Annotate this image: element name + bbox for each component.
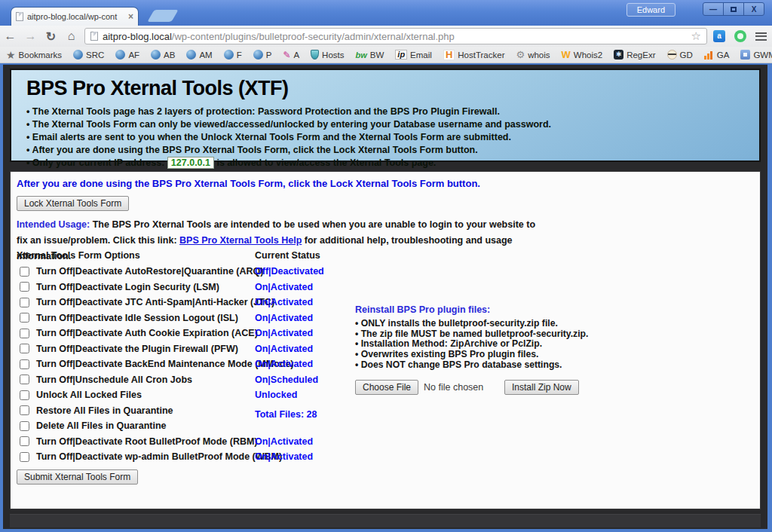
status-header: Current Status	[255, 250, 320, 264]
bookmark-item-bookmarks[interactable]: ★Bookmarks	[6, 49, 62, 61]
cron-checkbox[interactable]	[20, 375, 29, 384]
bookmark-item-am[interactable]: AM	[186, 50, 212, 60]
ip-bullet-prefix: Only your current IP address:	[32, 157, 167, 168]
home-icon[interactable]: ⌂	[61, 29, 81, 43]
bookmark-label: AM	[199, 50, 212, 60]
bookmark-item-hosttracker[interactable]: HHostTracker	[443, 50, 505, 60]
url-path: /wp-content/plugins/bulletproof-security…	[172, 31, 455, 42]
bookmark-item-gd[interactable]: GD	[667, 50, 693, 60]
status-value: On|Activated	[255, 313, 313, 323]
status-value: On|Activated	[255, 297, 313, 307]
status-value: Unlocked	[255, 390, 297, 400]
bookmark-item-email[interactable]: ipEmail	[395, 50, 432, 60]
status-value: On|Activated	[255, 282, 313, 292]
back-icon[interactable]: ←	[0, 29, 20, 43]
zip-upload-row: Choose File No file chosen Install Zip N…	[355, 380, 611, 395]
reinstall-bullet: Does NOT change BPS Pro database setting…	[355, 360, 611, 371]
godaddy-icon	[667, 50, 677, 60]
bookmark-label: BW	[370, 50, 384, 60]
arq-checkbox[interactable]	[20, 267, 29, 277]
pfw-checkbox[interactable]	[20, 344, 29, 353]
address-bar[interactable]: aitpro-blog.local/wp-content/plugins/bul…	[84, 28, 707, 44]
option-label: Turn Off|Deactivate Login Security (LSM)	[36, 282, 219, 292]
option-row-jtc: Turn Off|Deactivate JTC Anti-Spam|Anti-H…	[17, 295, 371, 310]
bookmark-item-f[interactable]: F	[224, 50, 242, 60]
aitpro-globe-icon	[73, 50, 83, 60]
option-label: Turn Off|Unschedule All Cron Jobs	[36, 375, 192, 385]
page-viewport: BPS Pro Xternal Tools (XTF) The Xternal …	[3, 64, 767, 529]
page-title: BPS Pro Xternal Tools (XTF)	[26, 77, 747, 100]
options-column-headers: Xternal Tools Form Options Current Statu…	[17, 250, 371, 264]
mmode-checkbox[interactable]	[20, 359, 29, 369]
bookmark-label: Whois2	[574, 50, 602, 60]
maximize-button[interactable]	[723, 2, 744, 16]
bookmark-item-src[interactable]: SRC	[73, 50, 104, 60]
option-label: Turn Off|Deactivate AutoRestore|Quaranti…	[36, 266, 263, 277]
pen-icon: ✎	[283, 50, 290, 60]
tab-close-icon[interactable]: ×	[128, 11, 133, 22]
bookmark-item-a[interactable]: ✎A	[283, 50, 299, 60]
options-header: Xternal Tools Form Options	[17, 250, 255, 264]
bookmark-item-ga[interactable]: GA	[704, 50, 730, 60]
analytics-bars-icon	[704, 50, 714, 60]
bookmark-star-icon[interactable]: ☆	[691, 29, 701, 43]
page-header: BPS Pro Xternal Tools (XTF) The Xternal …	[10, 69, 761, 162]
whois2-icon: W	[562, 49, 571, 60]
rbm-checkbox[interactable]	[20, 436, 29, 446]
bookmark-item-p[interactable]: P	[253, 50, 272, 60]
aitpro-globe-icon	[186, 50, 196, 60]
bookmark-item-gwm[interactable]: GWM	[740, 50, 772, 60]
choose-file-button[interactable]: Choose File	[355, 380, 418, 395]
jtc-checkbox[interactable]	[20, 298, 29, 307]
option-label: Turn Off|Deactivate wp-admin BulletProof…	[36, 451, 282, 462]
bookmark-item-hosts[interactable]: Hosts	[311, 50, 344, 60]
reinstall-bullet: ONLY installs the bulletproof-security.z…	[355, 319, 611, 329]
bookmarks-bar: ★Bookmarks SRC AF AB AM F P ✎A Hosts bwB…	[0, 47, 772, 63]
bookmark-item-ab[interactable]: AB	[151, 50, 175, 60]
option-row-rbm: Turn Off|Deactivate Root BulletProof Mod…	[17, 434, 371, 450]
option-row-restore: Restore All Files in Quarantine	[17, 403, 371, 419]
bookmark-label: GD	[680, 50, 693, 60]
new-tab-button[interactable]	[147, 10, 178, 22]
unlock-files-checkbox[interactable]	[20, 390, 29, 400]
option-row-pfw: Turn Off|Deactivate the Plugin Firewall …	[17, 341, 371, 357]
wbm-checkbox[interactable]	[20, 452, 29, 462]
bookmark-item-whois[interactable]: ⚙whois	[516, 49, 550, 60]
restore-quarantine-checkbox[interactable]	[20, 405, 29, 415]
close-button[interactable]: X	[743, 2, 764, 16]
forward-icon[interactable]: →	[20, 29, 41, 43]
lock-xternal-tools-form-button[interactable]: Lock Xternal Tools Form	[17, 196, 129, 211]
bookmark-label: P	[266, 50, 272, 60]
ip-logo-icon: ip	[395, 50, 407, 60]
lsm-checkbox[interactable]	[20, 282, 29, 292]
maximize-icon	[731, 7, 737, 12]
extension-icon-1[interactable]: a	[713, 30, 725, 42]
chrome-menu-icon[interactable]	[755, 32, 767, 41]
bookmark-item-regexr[interactable]: ✱RegExr	[614, 50, 655, 60]
ace-checkbox[interactable]	[20, 329, 29, 338]
submit-xternal-tools-form-button[interactable]: Submit Xternal Tools Form	[17, 469, 138, 485]
profile-button[interactable]: Edward	[626, 3, 676, 17]
delete-quarantine-checkbox[interactable]	[20, 421, 29, 431]
status-value: Off|Deactivated	[255, 266, 324, 277]
aitpro-globe-icon	[253, 50, 263, 60]
url-host: aitpro-blog.local	[103, 31, 172, 42]
install-zip-now-button[interactable]: Install Zip Now	[504, 380, 579, 395]
extension-icon-2[interactable]	[734, 30, 746, 42]
option-label: Turn Off|Deactivate Root BulletProof Mod…	[36, 436, 258, 447]
browser-tab[interactable]: aitpro-blog.local/wp-cont ×	[11, 7, 139, 26]
xternal-tools-help-link[interactable]: BPS Pro Xternal Tools Help	[179, 235, 302, 246]
window-controls: — X	[703, 2, 764, 16]
minimize-button[interactable]: —	[703, 2, 724, 16]
webmaster-tools-icon	[740, 50, 750, 60]
bookmark-item-af[interactable]: AF	[115, 50, 139, 60]
isl-checkbox[interactable]	[20, 313, 29, 323]
bookmark-label: Email	[410, 50, 432, 60]
option-row-isl: Turn Off|Deactivate Idle Session Logout …	[17, 310, 371, 326]
bookmark-item-whois2[interactable]: WWhois2	[562, 49, 603, 60]
reload-icon[interactable]: ↻	[41, 29, 61, 44]
option-label: Turn Off|Deactivate Auth Cookie Expirati…	[36, 328, 258, 338]
bookmark-item-bw[interactable]: bwBW	[356, 50, 384, 60]
header-bullet: After you are done using the BPS Pro Xte…	[26, 144, 747, 157]
star-icon: ★	[6, 49, 16, 61]
